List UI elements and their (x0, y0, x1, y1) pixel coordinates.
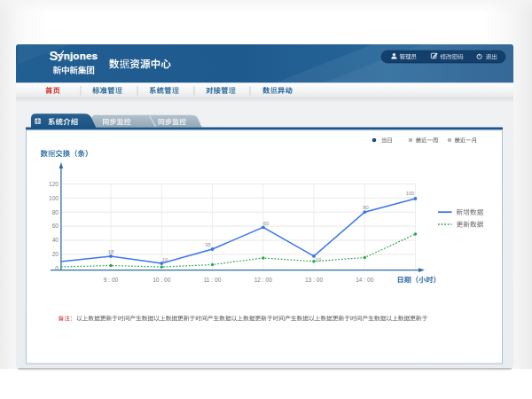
svg-text:0: 0 (55, 265, 59, 271)
svg-text:120: 120 (49, 181, 59, 187)
svg-text:11 : 00: 11 : 00 (204, 277, 222, 283)
svg-text:60: 60 (52, 223, 59, 229)
svg-text:13 : 00: 13 : 00 (305, 277, 323, 283)
svg-text:10 : 00: 10 : 00 (153, 277, 170, 283)
svg-text:9 : 00: 9 : 00 (104, 277, 119, 283)
svg-text:100: 100 (406, 191, 415, 196)
svg-text:10: 10 (316, 257, 321, 262)
svg-text:100: 100 (49, 195, 59, 201)
svg-text:S: S (50, 49, 59, 63)
svg-text:80: 80 (52, 209, 59, 215)
svg-text:40: 40 (52, 237, 59, 243)
svg-text:35: 35 (205, 242, 210, 247)
svg-text:14 : 00: 14 : 00 (356, 277, 373, 283)
svg-text:18: 18 (108, 249, 113, 254)
svg-text:12 : 00: 12 : 00 (254, 277, 272, 283)
svg-text:20: 20 (52, 251, 59, 257)
svg-text:10: 10 (162, 257, 168, 262)
svg-text:80: 80 (363, 205, 368, 210)
svg-text:60: 60 (263, 221, 269, 226)
